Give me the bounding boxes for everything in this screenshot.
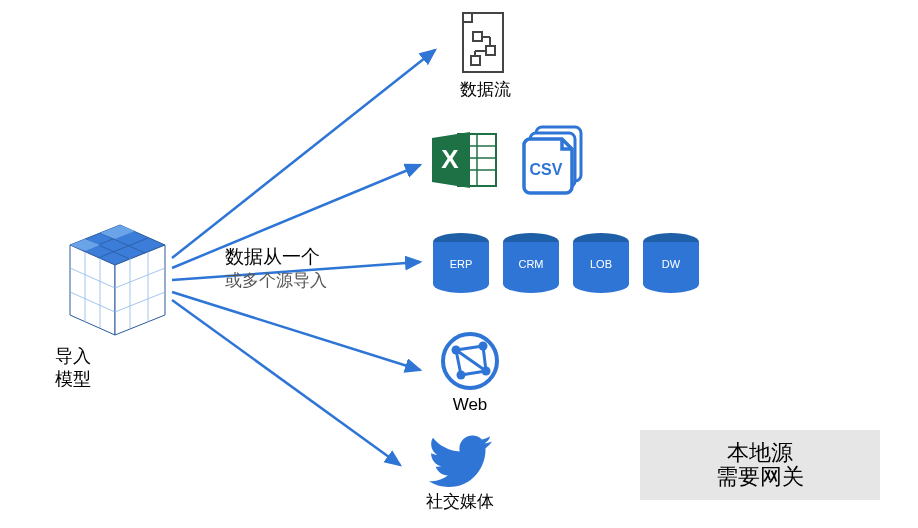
svg-rect-23 — [473, 32, 482, 41]
db-erp-label: ERP — [430, 258, 492, 270]
svg-point-48 — [573, 275, 629, 293]
csv-label: CSV — [530, 161, 563, 178]
dataflow-label: 数据流 — [460, 79, 511, 101]
import-model-cube — [50, 220, 170, 340]
target-databases: ERP CRM LOB DW — [430, 232, 702, 294]
social-label: 社交媒体 — [426, 491, 494, 513]
gateway-note-line2: 需要网关 — [716, 465, 804, 489]
db-crm-label: CRM — [500, 258, 562, 270]
svg-line-59 — [461, 371, 486, 375]
center-caption-line1: 数据从一个 — [225, 245, 327, 270]
target-web: Web — [430, 330, 510, 416]
svg-line-18 — [172, 50, 435, 258]
svg-line-57 — [456, 346, 483, 350]
svg-point-45 — [503, 275, 559, 293]
svg-line-58 — [483, 346, 486, 371]
db-dw: DW — [640, 232, 702, 294]
import-model-label-line1: 导入 — [55, 345, 91, 368]
svg-point-51 — [643, 275, 699, 293]
center-caption-line2: 或多个源导入 — [225, 270, 327, 292]
csv-icon: CSV — [518, 125, 593, 195]
target-social: 社交媒体 — [405, 435, 515, 513]
import-model-label: 导入 模型 — [55, 345, 91, 392]
web-icon — [439, 330, 501, 392]
excel-icon: X — [430, 128, 500, 193]
svg-line-22 — [172, 300, 400, 465]
gateway-note-line1: 本地源 — [727, 441, 793, 465]
db-erp: ERP — [430, 232, 492, 294]
svg-line-21 — [172, 292, 420, 370]
svg-point-41 — [433, 275, 489, 293]
gateway-note: 本地源 需要网关 — [640, 430, 880, 500]
target-dataflow: 数据流 — [440, 10, 530, 101]
svg-text:X: X — [441, 144, 459, 174]
dataflow-icon — [458, 10, 513, 75]
import-model-label-line2: 模型 — [55, 368, 91, 391]
db-lob-label: LOB — [570, 258, 632, 270]
center-caption: 数据从一个 或多个源导入 — [225, 245, 327, 292]
svg-rect-24 — [486, 46, 495, 55]
db-crm: CRM — [500, 232, 562, 294]
target-files: X CSV — [430, 125, 593, 195]
db-lob: LOB — [570, 232, 632, 294]
db-dw-label: DW — [640, 258, 702, 270]
svg-rect-25 — [471, 56, 480, 65]
twitter-icon — [428, 435, 492, 489]
web-label: Web — [453, 394, 488, 416]
